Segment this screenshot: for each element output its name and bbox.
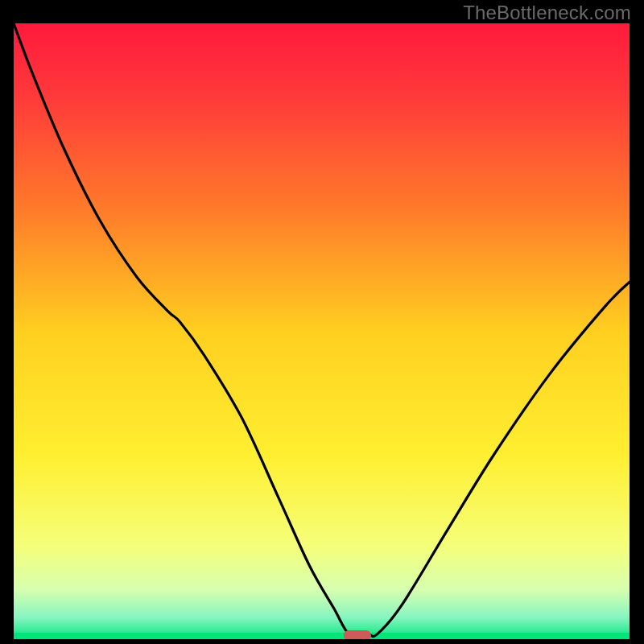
bottleneck-chart [14,23,630,639]
trough-marker [344,630,371,639]
watermark-text: TheBottleneck.com [463,2,631,24]
gradient-background [14,23,630,639]
chart-frame: TheBottleneck.com [0,0,644,644]
baseline-green-strip [14,633,630,639]
